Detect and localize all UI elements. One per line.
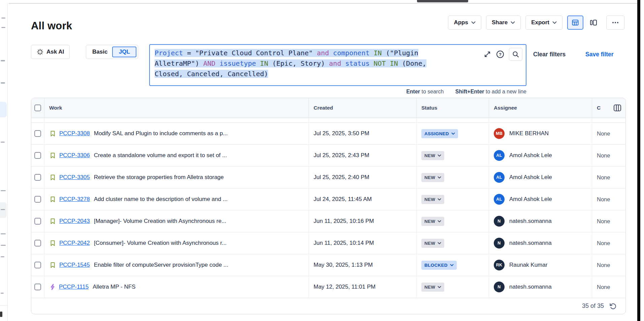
sidebar-selected-item[interactable]: [0, 102, 7, 117]
table-row[interactable]: PCCP-2042 [Consumer]- Volume Creation wi…: [31, 232, 625, 254]
column-header-status[interactable]: Status: [416, 98, 489, 118]
column-settings-icon[interactable]: [613, 103, 622, 113]
row-count: 35 of 35: [582, 302, 604, 310]
table-row[interactable]: PCCP-3278 Add cluster name to the descri…: [31, 188, 625, 210]
side-panel-view-icon: [589, 19, 598, 27]
issue-summary: Enable filter of computeServer provision…: [94, 262, 228, 268]
row-select-cell: [31, 145, 44, 166]
story-icon: [49, 152, 56, 159]
clear-filters-button[interactable]: Clear filters: [533, 51, 566, 58]
category-cell: None: [592, 145, 625, 166]
row-select-cell: [31, 254, 44, 276]
enter-hint-text: to search: [420, 89, 444, 94]
category-cell: None: [592, 123, 625, 144]
column-header-assignee[interactable]: Assignee: [489, 98, 592, 118]
table-view-icon: [571, 19, 579, 27]
table-body: PCCP-3308 Modify SAL and Plugin to inclu…: [31, 123, 625, 298]
status-chip[interactable]: NEW: [421, 195, 444, 204]
row-checkbox[interactable]: [34, 240, 41, 246]
issue-key-link[interactable]: PCCP-1545: [59, 262, 90, 268]
search-hints: Enter to search Shift+Enter to add a new…: [149, 89, 526, 95]
status-cell: NEW: [416, 188, 489, 210]
ask-ai-button[interactable]: Ask AI: [31, 45, 70, 59]
table-view-button[interactable]: [567, 16, 583, 30]
status-chip-label: NEW: [424, 219, 435, 224]
detail-view-button[interactable]: [585, 16, 602, 30]
column-header-truncated: C: [592, 98, 625, 118]
status-chip-label: NEW: [424, 285, 435, 290]
apps-button[interactable]: Apps: [448, 16, 481, 30]
story-icon: [49, 130, 56, 137]
assignee-cell: MB MIKE BERHAN: [489, 123, 592, 144]
select-all-checkbox[interactable]: [34, 105, 41, 111]
more-options-button[interactable]: [606, 16, 624, 30]
view-switcher: [567, 16, 602, 30]
row-checkbox[interactable]: [34, 262, 41, 268]
row-checkbox[interactable]: [34, 284, 41, 290]
issue-summary: Add cluster name to the description of v…: [94, 196, 228, 203]
collapsed-sidebar[interactable]: [0, 3, 8, 321]
jql-mode-button[interactable]: JQL: [112, 47, 136, 57]
status-chip[interactable]: NEW: [421, 217, 444, 226]
status-chip[interactable]: NEW: [421, 151, 444, 160]
issue-key-link[interactable]: PCCP-3308: [59, 130, 90, 137]
run-search-button[interactable]: [509, 48, 522, 61]
question-circle-icon[interactable]: ?: [496, 50, 505, 59]
table-row[interactable]: PCCP-3308 Modify SAL and Plugin to inclu…: [31, 123, 625, 145]
status-chip[interactable]: NEW: [421, 283, 444, 292]
avatar: AL: [494, 194, 505, 205]
issue-key-link[interactable]: PCCP-3305: [59, 174, 90, 181]
table-row[interactable]: PCCP-1545 Enable filter of computeServer…: [31, 254, 625, 276]
issue-key-link[interactable]: PCCP-2042: [59, 240, 90, 246]
sidebar-fragment: [1, 256, 4, 257]
sidebar-fragment: [1, 233, 6, 234]
sidebar-fragment: [1, 245, 6, 246]
created-cell: Jul 25, 2025, 2:43 PM: [309, 145, 416, 166]
table-row[interactable]: PCCP-1115 Alletra MP - NFS May 12, 2025,…: [31, 276, 625, 298]
avatar: AL: [494, 150, 505, 161]
chevron-down-icon: [438, 286, 441, 288]
column-header-truncated-label[interactable]: C: [597, 105, 601, 111]
row-checkbox[interactable]: [34, 130, 41, 137]
table-row[interactable]: PCCP-3305 Retrieve the storage propertie…: [31, 167, 625, 188]
column-header-work[interactable]: Work: [44, 98, 309, 118]
row-checkbox[interactable]: [34, 196, 41, 203]
status-chip[interactable]: NEW: [421, 239, 444, 248]
expand-diagonal-icon[interactable]: [483, 50, 491, 58]
export-button[interactable]: Export: [525, 16, 562, 30]
table-row[interactable]: PCCP-3306 Create a standalone volume and…: [31, 145, 625, 167]
save-filter-button[interactable]: Save filter: [585, 51, 614, 58]
chevron-down-icon: [450, 264, 454, 266]
sidebar-divider: [0, 305, 7, 305]
category-cell: None: [592, 254, 625, 276]
issue-key-link[interactable]: PCCP-1115: [59, 284, 89, 290]
issue-key-link[interactable]: PCCP-3306: [59, 152, 90, 159]
assignee-cell: N natesh.somanna: [489, 276, 592, 298]
issue-key-link[interactable]: PCCP-3278: [59, 196, 90, 203]
shift-enter-hint-text: to add a new line: [484, 89, 526, 94]
status-chip[interactable]: NEW: [421, 173, 444, 182]
column-header-created[interactable]: Created: [309, 98, 416, 118]
issue-summary: Retrieve the storage properties from All…: [94, 174, 224, 181]
status-chip[interactable]: ASSIGNED: [421, 129, 458, 138]
status-chip[interactable]: BLOCKED: [421, 261, 457, 270]
row-checkbox[interactable]: [34, 218, 41, 225]
sidebar-hover-item[interactable]: [0, 202, 7, 218]
issue-key-link[interactable]: PCCP-2043: [59, 218, 90, 225]
jql-editor[interactable]: Project = "Private Cloud Control Plane" …: [149, 44, 526, 86]
status-cell: ASSIGNED: [416, 123, 489, 144]
share-button[interactable]: Share: [486, 16, 521, 30]
table-row[interactable]: PCCP-2043 [Manager]- Volume Creation wit…: [31, 210, 625, 232]
basic-mode-button[interactable]: Basic: [88, 49, 112, 55]
created-cell: Jul 24, 2025, 11:45 AM: [309, 188, 416, 210]
row-checkbox[interactable]: [34, 152, 41, 159]
refresh-ccw-icon[interactable]: [609, 302, 617, 310]
work-items-table: Work Created Status Assignee C: [31, 98, 626, 314]
row-checkbox[interactable]: [34, 174, 41, 181]
status-chip-label: NEW: [424, 241, 435, 246]
chevron-down-icon: [438, 220, 441, 223]
story-icon: [49, 218, 56, 225]
export-button-label: Export: [531, 19, 549, 26]
select-all-cell: [31, 98, 44, 118]
sidebar-fragment: [1, 60, 5, 61]
